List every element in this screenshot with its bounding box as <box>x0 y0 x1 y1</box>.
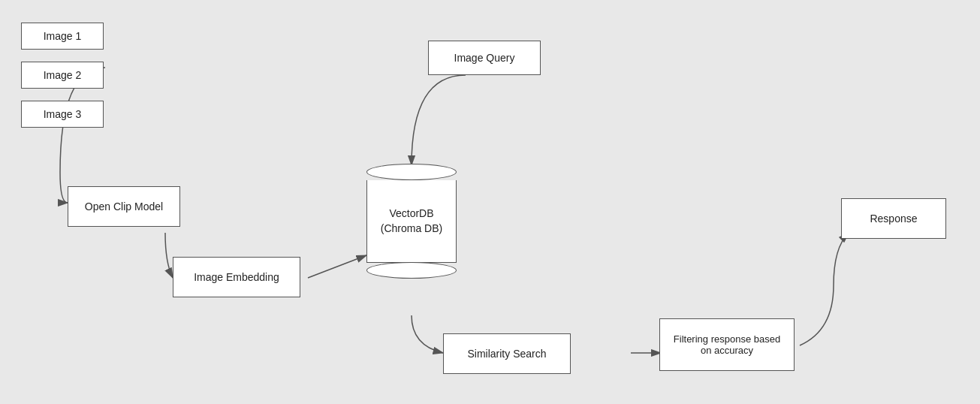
cylinder-body: VectorDB(Chroma DB) <box>366 180 457 263</box>
image-query-label: Image Query <box>454 52 515 64</box>
vectordb-label: VectorDB(Chroma DB) <box>381 207 442 236</box>
similarity-search-box: Similarity Search <box>443 333 571 374</box>
response-box: Response <box>841 198 946 239</box>
image-embedding-box: Image Embedding <box>173 257 300 297</box>
vectordb-cylinder: VectorDB(Chroma DB) <box>366 164 457 279</box>
filtering-response-label: Filtering response based on accuracy <box>668 333 786 356</box>
response-label: Response <box>870 213 917 225</box>
open-clip-model-box: Open Clip Model <box>68 186 180 227</box>
image2-box: Image 2 <box>21 62 104 89</box>
image3-box: Image 3 <box>21 101 104 128</box>
image2-label: Image 2 <box>44 69 82 81</box>
image1-box: Image 1 <box>21 23 104 50</box>
similarity-search-label: Similarity Search <box>467 348 546 360</box>
image1-label: Image 1 <box>44 30 82 42</box>
diagram-container: Image 1 Image 2 Image 3 Open Clip Model … <box>0 0 980 404</box>
filtering-response-box: Filtering response based on accuracy <box>659 318 795 371</box>
image-embedding-label: Image Embedding <box>194 271 279 283</box>
image-query-box: Image Query <box>428 41 541 75</box>
cylinder-bottom <box>366 262 457 279</box>
cylinder-top <box>366 164 457 180</box>
open-clip-model-label: Open Clip Model <box>85 200 163 213</box>
image3-label: Image 3 <box>44 108 82 120</box>
